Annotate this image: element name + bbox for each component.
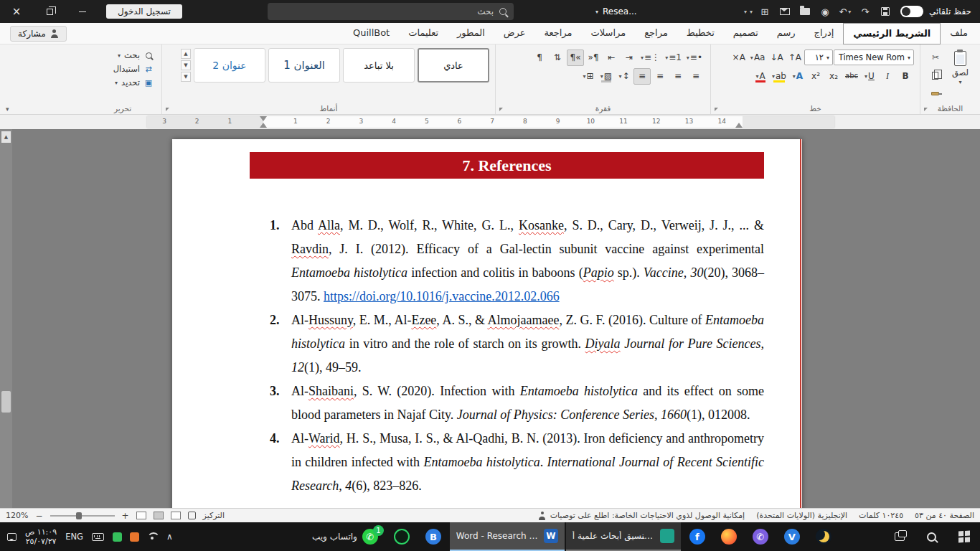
qat-overflow-icon[interactable]: ▾ — [744, 9, 747, 15]
font-dialog-launcher[interactable] — [715, 108, 718, 111]
text-effects-button[interactable]: A▾ — [789, 68, 806, 85]
page-indicator[interactable]: الصفحة ٤٠ من ٥٣ — [915, 511, 974, 520]
night-mode-app-button[interactable] — [809, 522, 839, 551]
font-color-button[interactable]: A▾ — [752, 68, 769, 85]
line-spacing-button[interactable]: ↕▾ — [616, 68, 633, 85]
shrink-font-button[interactable]: A↓ — [768, 50, 785, 66]
accessibility-status[interactable]: إمكانية الوصول لذوي الاحتياجات الخاصة: ا… — [538, 511, 745, 520]
language-status[interactable]: الإنجليزية (الولايات المتحدة) — [756, 511, 847, 520]
underline-button[interactable]: U▾ — [861, 68, 878, 85]
tab-quillbot[interactable]: QuillBot — [344, 23, 399, 44]
qat-customize-icon[interactable]: ▾ — [750, 9, 753, 15]
styles-dialog-launcher[interactable] — [166, 108, 169, 111]
style-no-spacing[interactable]: بلا تباعد — [343, 48, 415, 83]
styles-scroll-down-icon[interactable]: ▼ — [181, 60, 191, 70]
redo-button[interactable]: ↷ — [856, 2, 875, 21]
facebook-button[interactable]: f — [682, 522, 712, 551]
tab-developer[interactable]: المطور — [448, 23, 494, 44]
sort-button[interactable]: ⇅ — [549, 50, 566, 66]
taskbar-clock[interactable]: ١١:٠٩ ص ٢٥/٠٧/٢٧ — [25, 527, 57, 546]
clear-formatting-button[interactable]: A× — [730, 50, 748, 66]
taskbar-search-button[interactable] — [915, 522, 948, 551]
style-normal[interactable]: عادي — [418, 48, 489, 83]
minimize-button[interactable] — [66, 0, 99, 23]
tab-review[interactable]: مراجعة — [534, 23, 581, 44]
replace-button[interactable]: ⇄استبدال — [90, 63, 156, 75]
styles-more-icon[interactable]: ▼ — [181, 72, 191, 82]
borders-button[interactable]: ⊞▾ — [580, 68, 597, 85]
search-box[interactable]: بحث — [268, 3, 514, 20]
tab-design[interactable]: تصميم — [724, 23, 768, 44]
vertical-scrollbar[interactable]: ▲ — [0, 129, 12, 508]
styles-scroll-up-icon[interactable]: ▲ — [181, 49, 191, 59]
numbering-button[interactable]: 1≡▾ — [663, 50, 684, 66]
collapse-ribbon-icon[interactable]: ▾ — [6, 105, 9, 113]
focus-button[interactable]: التركيز — [203, 511, 225, 520]
hanging-indent-marker[interactable] — [260, 123, 267, 128]
whatsapp-web-button[interactable]: واتساب ويب✆1 — [305, 522, 385, 551]
tab-home[interactable]: الشريط الرئيسي — [843, 23, 941, 44]
italic-button[interactable]: I — [879, 68, 896, 85]
email-button[interactable] — [776, 2, 794, 21]
bullets-button[interactable]: •≡▾ — [684, 50, 705, 66]
tab-draw[interactable]: رسم — [768, 23, 805, 44]
document-page[interactable]: 7. References 1.Abd Alla, M. D., Wolf, R… — [172, 139, 802, 508]
restore-button[interactable] — [33, 0, 66, 23]
input-language-indicator[interactable]: ENG — [65, 532, 83, 542]
multilevel-list-button[interactable]: ⋮≡▾ — [639, 50, 662, 66]
word-count[interactable]: ١٠٢٤٥ كلمات — [859, 511, 903, 520]
touch-mode-button[interactable]: ◉ — [816, 2, 834, 21]
zoom-in-button[interactable]: + — [122, 511, 129, 521]
clipboard-dialog-launcher[interactable] — [924, 108, 928, 111]
share-button[interactable]: مشاركة — [10, 26, 67, 42]
doi-link[interactable]: https://doi.org/10.1016/j.vaccine.2012.0… — [324, 289, 560, 303]
cut-button[interactable]: ✂ — [928, 50, 943, 65]
save-button[interactable] — [876, 2, 895, 21]
print-layout-icon[interactable] — [154, 512, 164, 519]
copy-button[interactable] — [928, 68, 943, 83]
zoom-out-button[interactable]: − — [35, 511, 42, 521]
open-file-button[interactable] — [796, 2, 814, 21]
subscript-button[interactable]: x₂ — [825, 68, 842, 85]
undo-button[interactable]: ↶▾ — [836, 2, 854, 21]
select-button[interactable]: ▣تحديد▾ — [90, 77, 156, 88]
grow-font-button[interactable]: A↑ — [786, 50, 804, 66]
vscode-button[interactable]: V — [777, 522, 807, 551]
tab-help[interactable]: تعليمات — [399, 23, 448, 44]
align-left-button[interactable]: ≡ — [651, 68, 669, 85]
tab-insert[interactable]: إدراج — [805, 23, 844, 44]
justify-button[interactable]: ≡ — [633, 68, 651, 85]
style-heading2[interactable]: عنوان 2 — [194, 48, 265, 83]
sign-in-button[interactable]: تسجيل الدخول — [106, 4, 182, 19]
align-right-button[interactable]: ≡ — [687, 68, 705, 85]
research-format-window-button[interactable]: تنسيق أبحاث علمية أ... — [566, 522, 681, 551]
task-view-button[interactable] — [883, 522, 915, 551]
web-layout-icon[interactable] — [171, 512, 181, 519]
bold-button[interactable]: B — [897, 68, 914, 85]
hidden-icons-icon[interactable]: ∧ — [166, 532, 173, 542]
format-painter-button[interactable] — [928, 86, 943, 100]
wifi-icon[interactable] — [147, 532, 159, 541]
tab-mailings[interactable]: مراسلات — [582, 23, 636, 44]
first-line-indent-marker[interactable] — [260, 116, 267, 121]
tab-references[interactable]: مراجع — [635, 23, 677, 44]
document-title-cluster[interactable]: ▾ Resea... — [595, 0, 637, 23]
strikethrough-button[interactable]: abc — [843, 68, 860, 85]
shading-button[interactable]: ▨▾ — [598, 68, 615, 85]
font-name-combo[interactable]: ▾ Times New Rom — [834, 50, 914, 65]
insert-table-button[interactable]: ⊞ — [755, 2, 774, 21]
green-ring-app-button[interactable] — [387, 522, 417, 551]
start-button[interactable] — [948, 522, 980, 551]
show-marks-button[interactable]: ¶ — [531, 50, 548, 66]
superscript-button[interactable]: x² — [807, 68, 824, 85]
scroll-up-button[interactable]: ▲ — [1, 131, 11, 143]
word-window-button[interactable]: Word - Research th...W — [450, 522, 565, 551]
paragraph-dialog-launcher[interactable] — [499, 108, 503, 111]
tray-orange-icon[interactable] — [130, 532, 139, 542]
font-size-combo[interactable]: ▾ ١٢ — [804, 50, 833, 65]
style-heading1[interactable]: العنوان 1 — [268, 48, 340, 83]
tab-layout[interactable]: تخطيط — [677, 23, 724, 44]
paste-button[interactable]: لصق ▾ — [946, 48, 974, 100]
rtl-direction-button[interactable]: ¶« — [585, 50, 602, 66]
action-center-icon[interactable] — [7, 533, 17, 541]
